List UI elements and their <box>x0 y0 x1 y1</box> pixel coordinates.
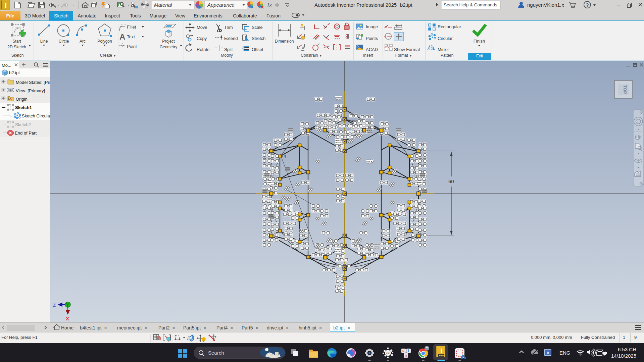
svg-text:Project: Project <box>162 39 175 44</box>
svg-text:n: n <box>405 354 407 357</box>
svg-text:Show Format: Show Format <box>394 47 420 52</box>
svg-text:Polygon: Polygon <box>97 39 112 44</box>
svg-text:Dimension: Dimension <box>275 39 294 44</box>
svg-text:Mo...: Mo... <box>2 63 11 68</box>
svg-text:x: x <box>269 3 272 8</box>
svg-text:View: [Primary]: View: [Primary] <box>16 88 45 93</box>
svg-text:Sketch Circula: Sketch Circula <box>22 113 50 118</box>
svg-text:Line: Line <box>40 39 48 44</box>
svg-text:Trim: Trim <box>224 25 233 30</box>
svg-text:End of Part: End of Part <box>15 131 37 136</box>
svg-text:Circular: Circular <box>438 36 453 41</box>
svg-text:Points: Points <box>366 36 378 41</box>
svg-text:Circle: Circle <box>59 39 69 44</box>
svg-text:e: e <box>547 350 549 355</box>
svg-text:ACAD: ACAD <box>366 47 378 52</box>
svg-text:(x): (x) <box>396 24 400 27</box>
svg-text:Appearance: Appearance <box>207 2 235 8</box>
svg-text:i: i <box>408 349 409 353</box>
svg-text:TOP: TOP <box>623 85 628 94</box>
svg-text:Search: Search <box>208 350 224 356</box>
svg-text:Mirror: Mirror <box>438 47 449 52</box>
svg-text:Offset: Offset <box>252 47 263 52</box>
svg-text:ENG: ENG <box>559 350 571 356</box>
svg-text:Text: Text <box>127 34 135 39</box>
svg-text:Model States: [Pri: Model States: [Pri <box>16 80 50 85</box>
svg-text:Search Help & Commands...: Search Help & Commands... <box>444 2 501 7</box>
svg-text:2D Sketch: 2D Sketch <box>7 45 26 49</box>
svg-text:Scale: Scale <box>252 25 263 30</box>
svg-text:Stretch: Stretch <box>252 36 265 41</box>
svg-text:Point: Point <box>127 44 137 49</box>
svg-text:b2.ipt: b2.ipt <box>400 2 413 8</box>
svg-text:I: I <box>440 348 442 354</box>
svg-text:?: ? <box>586 2 589 8</box>
svg-text:Origin: Origin <box>16 97 28 102</box>
svg-text:Rotate: Rotate <box>197 47 209 52</box>
svg-text:Start: Start <box>12 39 21 44</box>
svg-text:Move: Move <box>197 25 207 30</box>
svg-text:u: u <box>402 349 404 353</box>
svg-text:Extend: Extend <box>224 36 238 41</box>
svg-text:Sketch2: Sketch2 <box>15 122 31 127</box>
svg-text:Rectangular: Rectangular <box>438 24 461 29</box>
svg-text:Fillet: Fillet <box>127 24 136 30</box>
svg-text:Image: Image <box>366 24 378 29</box>
svg-text:A: A <box>119 32 125 41</box>
svg-text:Material: Material <box>154 2 172 8</box>
svg-text:PRO: PRO <box>439 354 444 357</box>
svg-text:60: 60 <box>448 178 454 184</box>
svg-text:14/10/2025: 14/10/2025 <box>611 353 636 359</box>
svg-text:Arc: Arc <box>80 39 86 44</box>
svg-text:Copy: Copy <box>197 36 207 41</box>
svg-text:Geometry: Geometry <box>160 45 178 49</box>
svg-text:b2.ipt: b2.ipt <box>9 70 20 75</box>
svg-text:Finish: Finish <box>474 39 485 44</box>
svg-text:Autodesk Inventor Professional: Autodesk Inventor Professional 2025 <box>314 2 397 8</box>
svg-text:ink: ink <box>386 352 390 355</box>
svg-text:nguyenVKien1...: nguyenVKien1... <box>527 2 564 8</box>
svg-text:Split: Split <box>224 47 233 52</box>
svg-text:I: I <box>4 1 7 10</box>
svg-text:Z: Z <box>53 302 56 308</box>
svg-text:X: X <box>66 316 69 321</box>
svg-text:Sketch1: Sketch1 <box>15 105 32 110</box>
svg-text:6:53 CH: 6:53 CH <box>618 347 636 352</box>
